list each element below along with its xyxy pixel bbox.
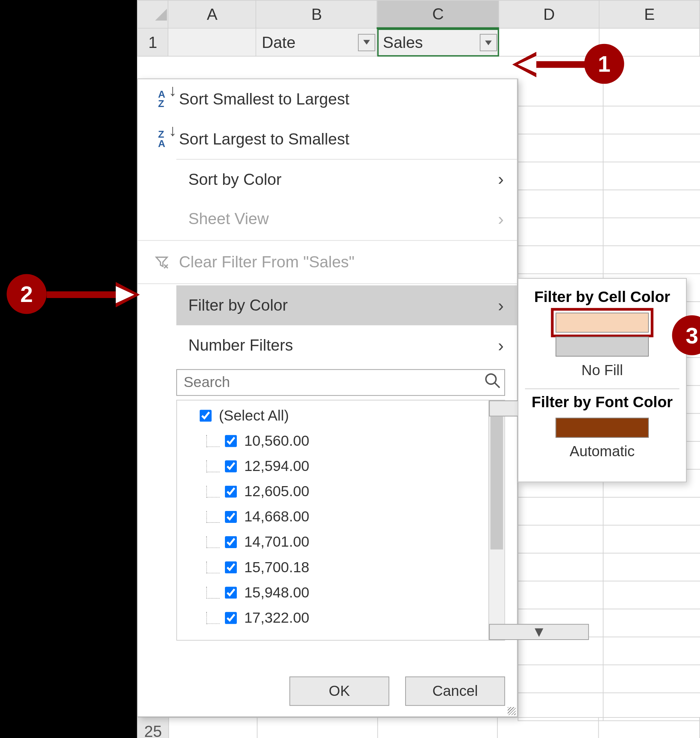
filter-by-color-submenu: Filter by Cell Color No Fill Filter by F…: [518, 278, 687, 482]
filter-font-color-title: Filter by Font Color: [518, 393, 686, 411]
filter-value-label: 14,668.00: [244, 508, 309, 525]
filter-value-item[interactable]: 12,605.00: [197, 479, 488, 504]
cell-color-no-fill[interactable]: No Fill: [518, 362, 686, 379]
ok-button[interactable]: OK: [290, 676, 389, 706]
cancel-button[interactable]: Cancel: [405, 676, 505, 706]
filter-value-label: 10,560.00: [244, 432, 309, 450]
cell-color-swatch-1[interactable]: [556, 313, 649, 332]
font-color-automatic[interactable]: Automatic: [518, 443, 686, 460]
filter-value-label: 12,605.00: [244, 483, 309, 500]
filter-value-item[interactable]: 10,560.00: [197, 428, 488, 454]
font-color-swatch-1[interactable]: [556, 418, 649, 438]
menu-sort-desc[interactable]: ZA Sort Largest to Smallest: [138, 119, 517, 159]
filter-dropdown-sales[interactable]: [480, 34, 497, 51]
chevron-right-icon: ›: [498, 335, 504, 355]
filter-value-item[interactable]: 17,322.00: [197, 606, 488, 631]
resize-grip-icon[interactable]: [507, 707, 515, 715]
filter-value-label: 15,700.18: [244, 559, 309, 576]
filter-value-label: 14,701.00: [244, 533, 309, 551]
select-all-corner[interactable]: [137, 0, 168, 28]
filter-dropdown-date[interactable]: [358, 34, 376, 51]
grid-row[interactable]: [518, 525, 700, 554]
checkbox-value[interactable]: [225, 562, 237, 573]
checkbox-value[interactable]: [225, 587, 237, 598]
checkbox-value[interactable]: [225, 435, 237, 447]
grid-row[interactable]: [518, 554, 700, 582]
grid-row[interactable]: [518, 162, 700, 190]
header-b-label: Date: [262, 33, 296, 51]
grid-row[interactable]: [518, 498, 700, 526]
scroll-down-icon[interactable]: ▼: [489, 624, 589, 640]
menu-filter-color-label: Filter by Color: [185, 296, 498, 315]
cell-b25[interactable]: [257, 717, 377, 738]
filter-value-item[interactable]: 15,700.18: [197, 555, 488, 580]
filter-search-input[interactable]: [176, 369, 505, 396]
checkbox-value[interactable]: [225, 612, 237, 624]
callout-badge-2: 2: [6, 274, 47, 314]
filter-cell-color-title: Filter by Cell Color: [518, 288, 686, 306]
filter-value-label: 15,948.00: [244, 584, 309, 601]
row-header-1[interactable]: 1: [137, 28, 168, 56]
menu-sort-color-label: Sort by Color: [185, 170, 498, 189]
svg-line-1: [494, 383, 500, 388]
grid-row[interactable]: [518, 581, 700, 609]
filter-value-label: 12,594.00: [244, 458, 309, 475]
grid-row[interactable]: [518, 134, 700, 163]
cell-e25[interactable]: [599, 717, 700, 738]
menu-clear-filter: Clear Filter From "Sales": [138, 242, 517, 282]
grid-row[interactable]: [518, 665, 700, 693]
menu-filter-color[interactable]: Filter by Color ›: [176, 285, 517, 325]
filter-value-item[interactable]: 14,668.00: [197, 504, 488, 529]
checkbox-value[interactable]: [225, 511, 237, 523]
filter-select-all-label: (Select All): [219, 407, 289, 425]
menu-sort-desc-label: Sort Largest to Smallest: [176, 130, 504, 148]
grid-row[interactable]: [518, 637, 700, 665]
header-c-label: Sales: [383, 33, 423, 51]
chevron-right-icon: ›: [498, 209, 504, 229]
filter-value-item[interactable]: 12,594.00: [197, 454, 488, 479]
filter-value-item[interactable]: 15,948.00: [197, 580, 488, 606]
cell-a25[interactable]: [169, 717, 257, 738]
filter-value-item[interactable]: 14,701.00: [197, 529, 488, 554]
cell-c25[interactable]: [377, 717, 497, 738]
col-header-c[interactable]: C: [377, 0, 499, 28]
grid-row[interactable]: [518, 218, 700, 246]
checkbox-value[interactable]: [225, 460, 237, 472]
menu-number-filters[interactable]: Number Filters ›: [176, 325, 517, 365]
callout-badge-1: 1: [584, 44, 624, 84]
cell-color-swatch-2[interactable]: [556, 337, 649, 356]
chevron-right-icon: ›: [498, 169, 504, 190]
checkbox-select-all[interactable]: [200, 410, 212, 422]
menu-sort-color[interactable]: Sort by Color ›: [176, 159, 517, 199]
cell-a1[interactable]: [168, 28, 256, 56]
row-header-25[interactable]: 25: [137, 717, 169, 738]
col-header-e[interactable]: E: [599, 0, 700, 28]
menu-number-filters-label: Number Filters: [185, 336, 498, 354]
checkbox-value[interactable]: [225, 486, 237, 498]
sort-desc-icon: ZA: [147, 130, 176, 148]
menu-sort-asc[interactable]: AZ Sort Smallest to Largest: [138, 79, 517, 119]
chevron-right-icon: ›: [498, 295, 504, 316]
cell-d25[interactable]: [497, 717, 599, 738]
grid-row[interactable]: [518, 190, 700, 218]
filter-dropdown-menu: AZ Sort Smallest to Largest ZA Sort Larg…: [137, 79, 518, 717]
sort-asc-icon: AZ: [147, 90, 176, 109]
col-header-b[interactable]: B: [256, 0, 377, 28]
checkbox-value[interactable]: [225, 536, 237, 548]
filter-value-label: 17,322.00: [244, 609, 309, 627]
col-header-d[interactable]: D: [499, 0, 599, 28]
grid-row[interactable]: [518, 246, 700, 274]
menu-sort-asc-label: Sort Smallest to Largest: [176, 90, 504, 109]
cell-b1-date[interactable]: Date: [256, 28, 377, 56]
scroll-thumb[interactable]: [491, 416, 503, 550]
filter-values-tree[interactable]: (Select All) 10,560.0012,594.0012,605.00…: [177, 400, 488, 640]
clear-filter-icon: [147, 255, 176, 269]
menu-sheet-view: Sheet View ›: [176, 199, 517, 239]
filter-select-all[interactable]: (Select All): [197, 403, 488, 428]
grid-row[interactable]: [518, 106, 700, 134]
cell-c1-sales[interactable]: Sales: [377, 28, 499, 56]
search-icon: [484, 372, 501, 393]
scrollbar-vertical[interactable]: ▲ ▼: [488, 400, 504, 640]
col-header-a[interactable]: A: [168, 0, 256, 28]
svg-point-0: [486, 374, 496, 384]
